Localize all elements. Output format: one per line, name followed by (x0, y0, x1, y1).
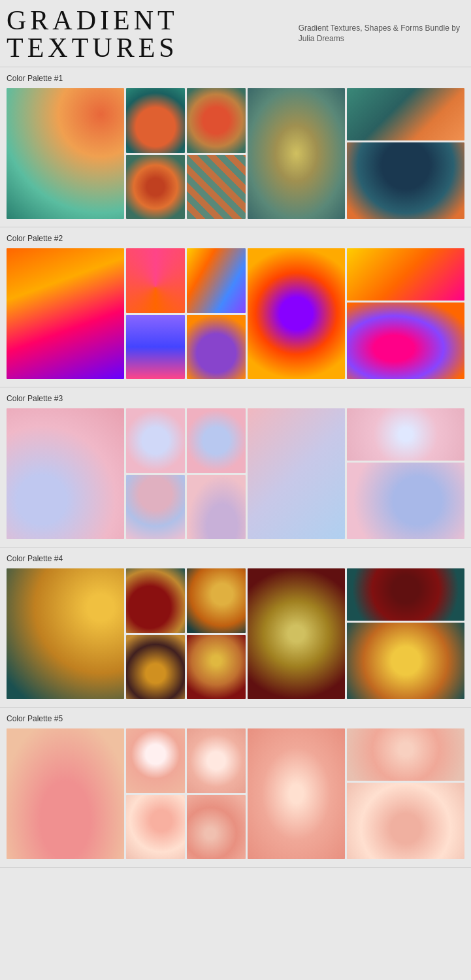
palette-3-grid (7, 408, 464, 539)
palette-3-col-mid2 (187, 408, 246, 539)
palette-2-image-6[interactable] (248, 248, 345, 379)
palette-2-image-3[interactable] (126, 315, 185, 380)
palette-5-label: Color Palette #5 (7, 714, 464, 723)
palette-1-col-mid (126, 88, 185, 219)
palette-3-image-3[interactable] (126, 475, 185, 540)
palette-5-image-6[interactable] (248, 728, 345, 859)
palette-1-image-4[interactable] (187, 88, 246, 153)
palette-2-section: Color Palette #2 (0, 227, 471, 387)
palette-4-label: Color Palette #4 (7, 554, 464, 563)
palette-1-image-6[interactable] (248, 88, 345, 219)
palette-4-image-4[interactable] (187, 568, 246, 633)
palette-2-col-mid2 (187, 248, 246, 379)
palette-3-image-2[interactable] (126, 408, 185, 473)
palette-4-col-right (347, 568, 464, 699)
palette-1-grid (7, 88, 464, 219)
page-title: GRADIENT TEXTURES (7, 7, 287, 61)
palette-4-image-3[interactable] (126, 635, 185, 700)
palette-5-image-8[interactable] (347, 783, 464, 859)
palette-1-section: Color Palette #1 (0, 67, 471, 227)
palette-1-col-mid2 (187, 88, 246, 219)
palette-1-image-3[interactable] (126, 155, 185, 220)
palette-4-image-8[interactable] (347, 623, 464, 699)
palette-3-image-4[interactable] (187, 408, 246, 473)
palette-1-image-5[interactable] (187, 155, 246, 220)
palette-5-col-mid (126, 728, 185, 859)
palette-4-section: Color Palette #4 (0, 547, 471, 708)
palette-3-col-mid (126, 408, 185, 539)
palette-1-image-2[interactable] (126, 88, 185, 153)
palette-5-grid (7, 728, 464, 859)
palette-2-image-5[interactable] (187, 315, 246, 380)
palette-2-image-2[interactable] (126, 248, 185, 313)
palette-3-image-8[interactable] (347, 463, 464, 539)
palette-4-col-mid (126, 568, 185, 699)
header: GRADIENT TEXTURES Gradient Textures, Sha… (0, 0, 471, 67)
palette-2-col-right (347, 248, 464, 379)
palette-5-col-mid2 (187, 728, 246, 859)
palette-1-image-1[interactable] (7, 88, 124, 219)
palette-4-col-mid2 (187, 568, 246, 699)
palette-4-image-1[interactable] (7, 568, 124, 699)
palette-3-col-right (347, 408, 464, 539)
palette-3-image-7[interactable] (347, 408, 464, 461)
palette-5-image-7[interactable] (347, 728, 464, 781)
palette-1-image-8[interactable] (347, 142, 464, 219)
palette-2-col-mid (126, 248, 185, 379)
palette-4-image-5[interactable] (187, 635, 246, 700)
palette-3-image-6[interactable] (248, 408, 345, 539)
palette-3-label: Color Palette #3 (7, 394, 464, 403)
palette-2-grid (7, 248, 464, 379)
palette-4-image-6[interactable] (248, 568, 345, 699)
palette-3-image-5[interactable] (187, 475, 246, 540)
palette-4-image-7[interactable] (347, 568, 464, 621)
palette-2-image-4[interactable] (187, 248, 246, 313)
palette-5-image-1[interactable] (7, 728, 124, 859)
palette-3-image-1[interactable] (7, 408, 124, 539)
palette-2-image-1[interactable] (7, 248, 124, 379)
palette-5-image-3[interactable] (126, 795, 185, 860)
palette-1-label: Color Palette #1 (7, 74, 464, 83)
palette-5-image-5[interactable] (187, 795, 246, 860)
palette-5-image-4[interactable] (187, 728, 246, 793)
palette-4-grid (7, 568, 464, 699)
palette-4-image-2[interactable] (126, 568, 185, 633)
palette-2-image-8[interactable] (347, 302, 464, 379)
palette-5-col-right (347, 728, 464, 859)
palette-2-label: Color Palette #2 (7, 234, 464, 243)
palette-5-image-2[interactable] (126, 728, 185, 793)
header-subtitle: Gradient Textures, Shapes & Forms Bundle… (299, 24, 464, 44)
palette-1-col-right (347, 88, 464, 219)
palette-5-section: Color Palette #5 (0, 708, 471, 868)
palette-2-image-7[interactable] (347, 248, 464, 301)
palette-3-section: Color Palette #3 (0, 387, 471, 547)
palette-1-image-7[interactable] (347, 88, 464, 140)
